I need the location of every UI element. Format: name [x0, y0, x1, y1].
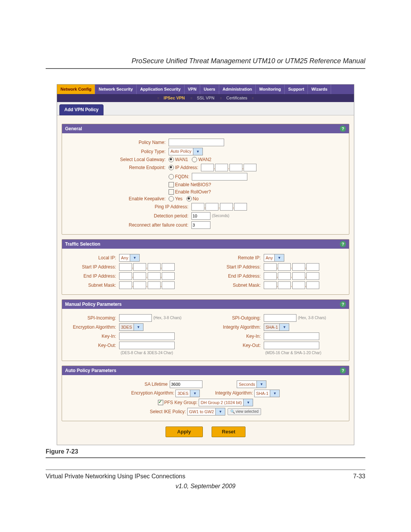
wan1-radio[interactable]: [169, 157, 174, 162]
enc-keyin-input[interactable]: [119, 332, 175, 340]
page-heading-tab: Add VPN Policy: [59, 104, 104, 115]
rollover-check[interactable]: [169, 189, 174, 195]
l-sn3[interactable]: [148, 281, 161, 289]
r-sn2[interactable]: [278, 281, 291, 289]
l-start1[interactable]: [119, 263, 132, 271]
pfs-select[interactable]: DH Group 2 (1024 bit)▼: [199, 399, 253, 406]
no-label: No: [193, 196, 199, 201]
manual-enc-alg-select[interactable]: 3DES▼: [119, 323, 143, 331]
r-end4[interactable]: [306, 272, 319, 280]
header-rule: [46, 68, 365, 69]
nav-vpn[interactable]: VPN: [185, 85, 201, 94]
subnav-certs[interactable]: Certificates: [226, 96, 247, 100]
reset-button[interactable]: Reset: [212, 427, 245, 437]
auto-enc-select[interactable]: 3DES▼: [175, 390, 200, 397]
nav-monitoring[interactable]: Monitoring: [256, 85, 285, 94]
chevron-down-icon: ▼: [256, 381, 266, 388]
section-auto: Auto Policy Parameters ? SA Lifetime Sec…: [62, 366, 349, 421]
r-end2[interactable]: [278, 272, 291, 280]
section-manual: Manual Policy Parameters ? SPI-Incoming:…: [62, 299, 349, 361]
help-icon[interactable]: ?: [340, 367, 346, 374]
nav-administration[interactable]: Administration: [219, 85, 256, 94]
nav-network-security[interactable]: Network Security: [95, 85, 137, 94]
r-start2[interactable]: [278, 263, 291, 271]
r-start1[interactable]: [264, 263, 277, 271]
help-icon[interactable]: ?: [340, 126, 346, 132]
chevron-down-icon: ▼: [279, 324, 289, 331]
remote-subnet-label: Subnet Mask:: [211, 283, 264, 288]
fqdn-radio[interactable]: [169, 174, 174, 179]
r-sn3[interactable]: [292, 281, 305, 289]
fqdn-input[interactable]: [192, 173, 247, 181]
apply-button[interactable]: Apply: [166, 427, 203, 437]
remote-endpoint-label: Remote Endpoint:: [67, 165, 169, 170]
help-icon[interactable]: ?: [340, 301, 346, 307]
r-end1[interactable]: [264, 272, 277, 280]
l-start2[interactable]: [133, 263, 146, 271]
chevron-down-icon: ▼: [193, 148, 202, 155]
chevron-down-icon: ▼: [134, 324, 143, 331]
l-end3[interactable]: [148, 272, 161, 280]
keepalive-no-radio[interactable]: [186, 196, 192, 201]
l-sn2[interactable]: [133, 281, 146, 289]
detection-period-input[interactable]: [191, 212, 210, 220]
nav-application-security[interactable]: Application Security: [137, 85, 184, 94]
ping4[interactable]: [234, 203, 247, 211]
policy-type-select[interactable]: Auto Policy▼: [169, 148, 203, 155]
footer-rule: [46, 470, 365, 470]
ip2[interactable]: [215, 164, 228, 171]
int-keyout-input[interactable]: [264, 342, 319, 349]
r-sn4[interactable]: [306, 281, 319, 289]
netbios-check[interactable]: [169, 182, 174, 187]
l-end2[interactable]: [133, 272, 146, 280]
subnav-sslvpn[interactable]: SSL VPN: [197, 96, 214, 100]
auto-enc-label: Encryption Algorithm:: [131, 391, 174, 396]
page-footer: Virtual Private Networking Using IPsec C…: [46, 473, 365, 480]
manual-int-alg-select[interactable]: SHA-1▼: [264, 323, 289, 331]
l-sn4[interactable]: [162, 281, 175, 289]
local-ip-select[interactable]: Any▼: [119, 254, 140, 262]
r-start3[interactable]: [292, 263, 305, 271]
enc-keyout-input[interactable]: [119, 342, 175, 349]
keyin-label-int: Key-In:: [211, 334, 264, 339]
reconnect-input[interactable]: [191, 221, 210, 229]
help-icon[interactable]: ?: [340, 241, 346, 247]
nav-wizards[interactable]: Wizards: [308, 85, 331, 94]
doc-header-title: ProSecure Unified Threat Management UTM1…: [46, 57, 365, 65]
spi-out-input[interactable]: [264, 314, 296, 322]
r-sn1[interactable]: [264, 281, 277, 289]
wan2-radio[interactable]: [192, 157, 197, 162]
subnav-ipsec[interactable]: IPSec VPN: [164, 96, 185, 100]
pfs-check[interactable]: [158, 400, 163, 405]
l-start4[interactable]: [162, 263, 175, 271]
nav-users[interactable]: Users: [200, 85, 219, 94]
l-start3[interactable]: [148, 263, 161, 271]
l-sn1[interactable]: [119, 281, 132, 289]
ip1[interactable]: [201, 164, 214, 171]
ip3[interactable]: [229, 164, 242, 171]
nav-network-config[interactable]: Network Config: [57, 85, 95, 94]
r-start4[interactable]: [306, 263, 319, 271]
sa-unit-select[interactable]: Seconds▼: [237, 380, 266, 388]
ping3[interactable]: [220, 203, 233, 211]
nav-support[interactable]: Support: [285, 85, 308, 94]
l-end4[interactable]: [162, 272, 175, 280]
ping1[interactable]: [191, 203, 204, 211]
l-end1[interactable]: [119, 272, 132, 280]
remote-ip-select[interactable]: Any▼: [264, 254, 284, 262]
r-end3[interactable]: [292, 272, 305, 280]
ip-address-radio[interactable]: [169, 165, 174, 170]
local-gateway-label: Select Local Gateway:: [67, 157, 169, 162]
ike-select[interactable]: GW1 to GW2▼: [187, 408, 225, 415]
view-selected-button[interactable]: view selected: [228, 408, 261, 415]
local-subnet-label: Subnet Mask:: [67, 283, 119, 288]
local-ip-label: Local IP:: [67, 255, 119, 260]
int-keyin-input[interactable]: [264, 332, 319, 340]
ip4[interactable]: [244, 164, 256, 171]
ping2[interactable]: [206, 203, 218, 211]
auto-int-select[interactable]: SHA-1▼: [254, 390, 280, 397]
keepalive-yes-radio[interactable]: [169, 196, 174, 201]
spi-in-input[interactable]: [119, 314, 152, 322]
sa-lifetime-input[interactable]: [170, 380, 202, 388]
policy-name-input[interactable]: [169, 139, 224, 146]
